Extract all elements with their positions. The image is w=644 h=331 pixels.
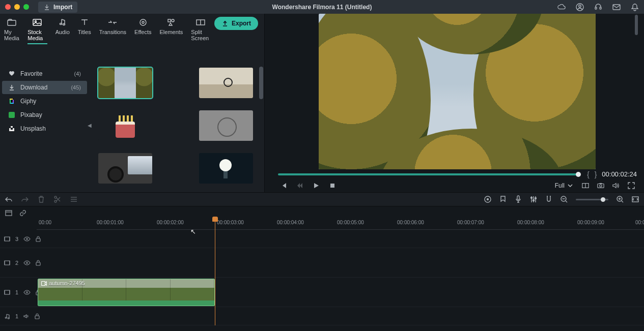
render-button[interactable]	[484, 196, 491, 203]
timeline-link-icon[interactable]	[19, 209, 26, 217]
clip-video-icon	[41, 281, 47, 286]
tab-elements[interactable]: Elements	[156, 16, 187, 48]
fullscreen-icon[interactable]	[628, 182, 635, 189]
tab-split-screen[interactable]: Split Screen	[187, 16, 214, 48]
split-button[interactable]	[54, 196, 61, 203]
export-button[interactable]: Export	[214, 17, 258, 30]
media-scrollbar[interactable]	[259, 67, 263, 99]
sidebar-item-pixabay[interactable]: Pixabay	[2, 108, 87, 122]
sidebar-item-label: Unsplash	[20, 125, 46, 132]
account-icon[interactable]	[576, 3, 584, 11]
ruler-tick: 00:00:03:00	[217, 220, 244, 225]
pixabay-icon	[8, 111, 15, 118]
volume-icon[interactable]	[612, 182, 620, 189]
track-index: 3	[15, 236, 18, 242]
unsplash-icon	[8, 125, 15, 132]
giphy-icon	[8, 98, 15, 105]
mark-in-icon[interactable]: {	[587, 170, 590, 178]
media-thumb-cake[interactable]	[98, 110, 152, 141]
mark-out-icon[interactable]: }	[595, 170, 597, 178]
zoom-out-button[interactable]	[561, 196, 568, 203]
timeline-clip-autumn[interactable]: autumn-27495	[38, 279, 215, 306]
snapshot-icon[interactable]	[597, 182, 604, 189]
list-button[interactable]	[70, 196, 77, 203]
compare-view-icon[interactable]	[582, 182, 589, 189]
music-icon	[4, 313, 10, 319]
tab-audio[interactable]: Audio	[51, 16, 74, 48]
preview-scrub-track[interactable]	[278, 173, 580, 175]
ruler-tick: 00:00:06:00	[397, 220, 424, 225]
zoom-in-button[interactable]	[617, 196, 624, 203]
redo-button[interactable]	[21, 196, 29, 203]
filmstrip-icon	[4, 260, 10, 265]
media-thumb-moon[interactable]	[199, 153, 253, 184]
eye-icon[interactable]	[23, 260, 31, 265]
media-thumb-car[interactable]	[98, 153, 152, 184]
effects-icon	[138, 18, 148, 27]
cloud-icon[interactable]	[557, 3, 566, 11]
media-thumb-autumn[interactable]	[98, 68, 152, 98]
media-thumb-spiral[interactable]	[199, 110, 253, 141]
svg-rect-6	[33, 19, 41, 25]
timeline-media-icon[interactable]	[5, 209, 12, 217]
zoom-fit-button[interactable]	[632, 196, 639, 203]
notifications-icon[interactable]	[631, 3, 639, 11]
video-track-3[interactable]: 3	[0, 230, 644, 248]
import-button[interactable]: Import	[38, 2, 77, 13]
mixer-button[interactable]	[530, 196, 537, 203]
zoom-slider[interactable]	[576, 199, 608, 200]
sidebar-item-giphy[interactable]: Giphy	[2, 95, 87, 108]
preview-scrub-handle[interactable]	[576, 172, 581, 177]
undo-button[interactable]	[5, 196, 12, 203]
support-icon[interactable]	[594, 3, 602, 11]
timeline-ruler[interactable]: 00:00 00:00:01:00 00:00:02:00 00:00:03:0…	[37, 220, 644, 230]
svg-rect-12	[168, 19, 171, 22]
snap-button[interactable]	[545, 196, 552, 203]
eye-icon[interactable]	[23, 290, 31, 295]
app-title: Wondershare Filmora 11 (Untitled)	[272, 4, 372, 11]
prev-frame-button[interactable]	[280, 182, 287, 189]
window-maximize-button[interactable]	[23, 4, 29, 10]
audio-track-1[interactable]: 1	[0, 307, 644, 325]
step-back-button[interactable]	[296, 182, 303, 189]
messages-icon[interactable]	[612, 3, 621, 11]
delete-button[interactable]	[38, 196, 45, 203]
zoom-slider-knob[interactable]	[601, 197, 605, 202]
play-button[interactable]	[313, 182, 320, 189]
marker-button[interactable]	[499, 196, 507, 203]
preview-viewport[interactable]	[319, 14, 596, 169]
media-thumb-bicycle[interactable]	[199, 68, 253, 98]
window-close-button[interactable]	[5, 4, 11, 10]
svg-rect-56	[42, 281, 45, 285]
import-label: Import	[53, 4, 72, 11]
svg-rect-5	[8, 20, 16, 25]
tab-stock-media[interactable]: Stock Media	[23, 16, 51, 48]
svg-rect-18	[10, 99, 13, 100]
tab-my-media[interactable]: My Media	[0, 16, 23, 48]
video-track-2[interactable]: 2	[0, 248, 644, 278]
mute-icon[interactable]	[23, 314, 30, 319]
preview-quality-select[interactable]: Full	[555, 182, 573, 189]
window-minimize-button[interactable]	[14, 4, 20, 10]
sidebar-item-unsplash[interactable]: Unsplash	[2, 122, 87, 135]
ruler-tick: 00:00:08:00	[517, 220, 544, 225]
svg-rect-46	[6, 210, 12, 216]
sidebar-item-favorite[interactable]: Favorite (4)	[2, 67, 87, 80]
tab-titles[interactable]: Titles	[74, 16, 95, 48]
svg-point-1	[579, 5, 581, 7]
sidebar-item-count: (4)	[74, 71, 81, 77]
timeline-playhead[interactable]	[215, 220, 215, 325]
filmstrip-icon	[4, 290, 10, 295]
tab-transitions[interactable]: Transitions	[95, 16, 130, 48]
tab-effects[interactable]: Effects	[130, 16, 155, 48]
voiceover-button[interactable]	[515, 196, 522, 203]
sidebar-item-download[interactable]: Download (45)	[2, 81, 87, 94]
video-track-1[interactable]: 1 autumn-27495	[0, 278, 644, 307]
stop-button[interactable]	[329, 182, 336, 189]
eye-icon[interactable]	[23, 236, 31, 242]
clip-name: autumn-27495	[49, 280, 85, 286]
preview-scrollbar[interactable]	[635, 15, 638, 35]
mouse-cursor: ↖	[190, 228, 196, 235]
svg-point-35	[54, 196, 57, 198]
svg-rect-50	[5, 261, 10, 265]
